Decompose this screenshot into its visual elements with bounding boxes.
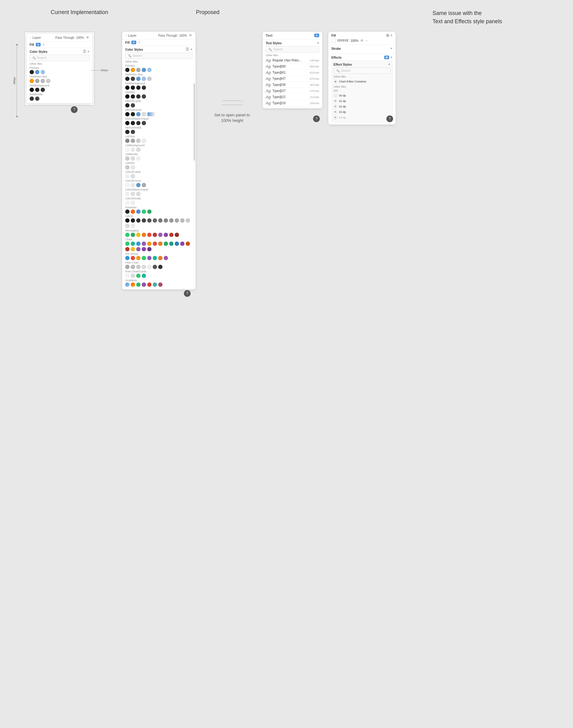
current-fill-section: Fill ⊞ + [27,42,93,48]
group-primary: Primary [125,64,193,67]
type-row-0: Ag Regular 14px Robo... 14/Auto [266,57,319,63]
question-btn-effects[interactable]: ? [386,115,393,122]
effects-section-title: Effects ⊞ + [331,56,393,59]
current-frame: 380px ▲ ▼ 302px [24,32,104,106]
effect-02dp: ✦ 02 dp [333,104,390,109]
dm-border-colors [30,97,90,101]
effects-panel: Fill ⊞ + FFFFFF 100% 👁 − [328,32,396,125]
arrow-label: Set to open panel to 100% height [214,112,250,123]
eye-icon[interactable]: 👁 [86,36,90,39]
current-search[interactable]: 🔍 Search [30,55,90,61]
col-right: Text ⊞ Text Styles + 🔍 Search Othe [263,32,396,125]
dm-border-label: DM/Border [30,93,90,96]
add-text-style[interactable]: + [317,41,319,45]
text-panel: Text ⊞ Text Styles + 🔍 Search Othe [263,32,322,108]
main-row: 380px ▲ ▼ 302px [12,32,561,299]
effects-fill-title: Fill ⊞ + [331,34,393,37]
color-dot [41,88,45,92]
proposed-other-files: Other files [125,60,193,63]
add-effect-style[interactable]: + [388,63,390,66]
same-issue-title: Same issue with theText and Effects styl… [432,9,561,25]
question-btn-current[interactable]: ? [71,106,77,113]
dim-380: 380px ▲ ▼ [13,44,17,117]
proposed-search[interactable]: 🔍 Search [125,53,193,59]
dm-mixin-label: DM/Mixin-Text [30,75,90,78]
type-row-3: Ag Type@47 47/Auto [266,76,319,82]
outer-measurement-box: 302px ○ Layer Pass Through 100% [24,32,95,106]
add-stroke-btn[interactable]: + [390,47,393,50]
effects-section: Effects ⊞ + Effect Styles + [328,54,396,125]
color-dot [35,70,39,74]
heading-proposed-wrapper: Proposed [165,9,251,15]
fill-minus-btn[interactable]: − [366,39,368,43]
proposed-list-icon[interactable]: ☰ [186,48,189,51]
text-styles-title: Text Styles + [266,41,319,45]
chart-effect-icon: ✦ [333,80,337,83]
effects-grid-icon[interactable]: ⊞ [386,34,389,37]
effects-search[interactable]: 🔍 Search [333,67,390,74]
proposed-fill-section: Fill ⊞ + [122,39,196,46]
proposed-panel: ○ Layer Pass Through 100% 👁 Fill ⊞ + [122,32,196,289]
fill-color-swatch [331,39,336,43]
current-color-styles-section: Color Styles ☰ + 🔍 Search [27,48,93,104]
color-dot [41,70,45,74]
add-effect-btn[interactable]: + [390,56,393,59]
grid-icon[interactable]: ⊞ [36,43,41,46]
stroke-title: Stroke + [331,47,393,50]
dm-mixin-colors [30,79,90,83]
color-dot [30,70,34,74]
text-header: Text ⊞ [263,32,322,39]
effect-styles-box: Effect Styles + 🔍 Search Other files [331,60,393,122]
effects-add-fill[interactable]: + [390,34,393,37]
color-dot [30,88,34,92]
effect-04dp: ✦ 04 dp [333,115,390,120]
headings-row: Current Implementation Proposed Same iss… [12,9,561,25]
text-styles-section: Text Styles + 🔍 Search Other files Ag [263,39,322,108]
effect-styles-title: Effect Styles + [333,63,390,66]
proposed-eye-icon[interactable]: 👁 [189,34,193,37]
text-search-icon: 🔍 [268,48,272,51]
arrow-group: ◁ ◁ Set to open panel to 100% height [214,99,250,123]
dim-302: 302px [91,69,108,72]
color-dot [46,79,50,83]
current-layer-header: ○ Layer Pass Through 100% 👁 [27,34,93,42]
question-btn-proposed[interactable]: ? [184,290,191,297]
type-row-2: Ag Type@61 61/Auto [266,70,319,76]
color-dot [35,88,39,92]
list-icon[interactable]: ☰ [83,50,86,53]
dm-bg-colors [30,88,90,92]
type-row-5: Ag Type@27 27/Auto [266,88,319,94]
effects-panel-wrapper: Fill ⊞ + FFFFFF 100% 👁 − [328,32,396,125]
text-grid-icon[interactable]: ⊞ [314,34,319,37]
page-wrapper: Current Implementation Proposed Same iss… [0,0,573,309]
effects-search-icon: 🔍 [336,69,340,72]
add-style-btn[interactable]: + [87,50,90,53]
effect-01dp: ✦ 01 dp [333,98,390,104]
proposed-layer-header: ○ Layer Pass Through 100% 👁 [122,32,196,39]
color-dot [35,79,39,83]
effect-00dp: ○ 00 dp [333,93,390,98]
fill-eye-icon[interactable]: 👁 [360,39,364,43]
proposed-color-styles-title: Color Styles ☰ + [125,48,193,51]
text-search[interactable]: 🔍 Search [266,46,319,53]
text-panel-wrapper: Text ⊞ Text Styles + 🔍 Search Othe [263,32,322,125]
other-files-label: Other files [30,62,90,65]
proposed-add-fill[interactable]: + [138,41,140,44]
current-color-styles-title: Color Styles ☰ + [30,50,90,53]
layer-left: ○ Layer [30,36,41,39]
type-row-4: Ag Type@36 36/Auto [266,82,319,88]
color-dot [35,97,39,101]
effects-fill-section: Fill ⊞ + FFFFFF 100% 👁 − [328,32,396,45]
proposed-add-style[interactable]: + [190,48,193,51]
effects-badge-icon[interactable]: ⊞ [384,56,389,59]
question-btn-text[interactable]: ? [313,115,320,122]
color-dot [30,97,34,101]
proposed-search-icon: 🔍 [128,54,131,57]
search-icon: 🔍 [33,56,36,60]
col-current: 380px ▲ ▼ 302px [12,32,104,115]
stroke-section: Stroke + [328,45,396,54]
add-fill-btn[interactable]: + [43,43,45,46]
type-row-6: Ag Type@21 21/Auto [266,94,319,100]
proposed-grid-icon[interactable]: ⊞ [131,41,136,44]
heading-current: Current Implementation [12,9,147,15]
